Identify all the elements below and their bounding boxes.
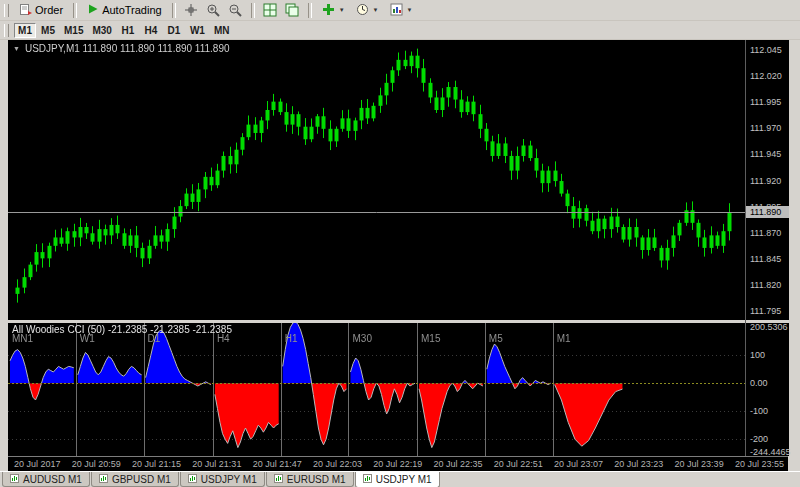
tile-windows-icon[interactable] [260, 2, 281, 19]
cci-indicator-panel[interactable]: All Woodies CCI (50) -21.2385 -21.2385 -… [8, 323, 745, 456]
toolbar-main: Order AutoTrading [0, 0, 800, 21]
price-axis-label: 111.945 [750, 149, 781, 159]
toolbar-grip[interactable] [4, 24, 9, 37]
toolbar-separator [308, 3, 312, 18]
cci-canvas[interactable] [8, 323, 745, 456]
toolbar-separator [172, 3, 176, 18]
order-icon [19, 3, 32, 18]
indicators-button[interactable]: ▼ [317, 2, 350, 19]
chart-title: ▼ USDJPY,M1 111.890 111.890 111.890 111.… [13, 43, 230, 54]
time-axis-label: 20 Jul 22:51 [494, 459, 543, 469]
price-axis[interactable]: 112.045 112.020 111.995 111.970 111.945 … [746, 40, 789, 320]
cci-panel-label: H1 [285, 333, 298, 344]
indicator-axis-label: -100 [750, 406, 768, 416]
time-axis-label: 20 Jul 23:23 [614, 459, 663, 469]
window-left-edge [0, 456, 8, 471]
toolbar-timeframes: M1 M5 M15 M30 H1 H4 D1 W1 MN [0, 21, 800, 40]
cci-panel-label: M5 [489, 333, 503, 344]
timeframe-button[interactable]: M15 [60, 23, 87, 38]
time-axis-row: 20 Jul 2017 20 Jul 20:59 20 Jul 21:15 20… [0, 456, 800, 471]
autotrading-button-label: AutoTrading [102, 4, 162, 16]
mt4-window: Order AutoTrading [0, 0, 800, 487]
toolbar-separator [73, 3, 77, 18]
indicators-icon [322, 3, 335, 18]
cascade-windows-icon[interactable] [282, 2, 303, 19]
chart-tab-label: USDJPY M1 [376, 474, 432, 485]
toolbar-grip[interactable] [4, 4, 9, 17]
zoom-out-icon[interactable] [225, 2, 246, 19]
plot-column: ▼ USDJPY,M1 111.890 111.890 111.890 111.… [8, 40, 745, 456]
indicator-axis[interactable]: 200.5306 100 0.00 -100 -200 -244.4465 [746, 323, 789, 456]
chart-tab-bar: AUDUSD M1 GBPUSD M1 USDJPY M1 EU [0, 471, 800, 487]
time-axis-label: 20 Jul 20:59 [72, 459, 121, 469]
timeframe-group: M1 M5 M15 M30 H1 H4 D1 W1 MN [14, 23, 233, 38]
time-axis-label: 20 Jul 22:19 [373, 459, 422, 469]
chart-tab[interactable]: USDJPY M1 [180, 472, 265, 487]
templates-button[interactable]: ▼ [385, 2, 418, 19]
toolbar-separator [251, 3, 255, 18]
order-button[interactable]: Order [14, 2, 68, 19]
price-axis-label: 111.995 [750, 97, 781, 107]
price-axis-label: 112.020 [750, 71, 782, 81]
time-axis-label: 20 Jul 21:47 [253, 459, 302, 469]
order-button-label: Order [35, 4, 63, 16]
timeframe-button[interactable]: MN [210, 23, 234, 38]
zoom-in-icon[interactable] [203, 2, 224, 19]
chart-tab-label: GBPUSD M1 [112, 474, 171, 485]
crosshair-icon[interactable] [181, 2, 202, 19]
timeframe-button[interactable]: H4 [140, 23, 162, 38]
tab-chart-icon [274, 474, 283, 485]
cci-panel-label: M30 [352, 333, 371, 344]
time-axis[interactable]: 20 Jul 2017 20 Jul 20:59 20 Jul 21:15 20… [8, 456, 788, 471]
chart-tab-label: USDJPY M1 [201, 474, 257, 485]
chart-tab-label: AUDUSD M1 [23, 474, 82, 485]
price-axis-label: 111.845 [750, 254, 781, 264]
price-axis-label: 111.820 [750, 280, 781, 290]
timeframe-button[interactable]: M1 [14, 23, 36, 38]
price-axis-label: 111.920 [750, 176, 781, 186]
chevron-down-icon: ▼ [339, 7, 345, 13]
cci-panel-label: M1 [557, 333, 571, 344]
chart-tab[interactable]: GBPUSD M1 [91, 472, 179, 487]
time-axis-label: 20 Jul 22:35 [433, 459, 482, 469]
chart-tab[interactable]: USDJPY M1 [355, 472, 440, 487]
candlestick-canvas[interactable] [8, 40, 745, 320]
timeframe-button[interactable]: M30 [88, 23, 115, 38]
time-axis-label: 20 Jul 2017 [14, 459, 61, 469]
price-axis-label: 111.870 [750, 228, 781, 238]
indicator-title: All Woodies CCI (50) -21.2385 -21.2385 -… [12, 324, 232, 335]
indicator-axis-label: 0.00 [750, 378, 768, 388]
indicator-axis-label: 100 [750, 350, 765, 360]
main-chart[interactable]: ▼ USDJPY,M1 111.890 111.890 111.890 111.… [8, 40, 745, 320]
chevron-down-icon: ▼ [407, 7, 413, 13]
timeframe-button[interactable]: D1 [163, 23, 185, 38]
tab-chart-icon [99, 474, 108, 485]
indicator-axis-label: -200 [750, 434, 768, 444]
chart-tab[interactable]: EURUSD M1 [266, 472, 354, 487]
current-price-tag: 111.890 [746, 206, 789, 218]
periods-button[interactable]: ▼ [351, 2, 384, 19]
tab-chart-icon [363, 474, 372, 485]
price-axis-label: 111.795 [750, 306, 781, 316]
price-axis-label: 112.045 [750, 45, 782, 55]
autotrading-button[interactable]: AutoTrading [82, 2, 167, 19]
window-right-edge [789, 40, 800, 456]
chart-title-text: USDJPY,M1 111.890 111.890 111.890 111.89… [25, 43, 230, 54]
timeframe-button[interactable]: W1 [186, 23, 209, 38]
tab-chart-icon [188, 474, 197, 485]
indicator-axis-label: -244.4465 [750, 447, 791, 457]
chart-tab[interactable]: AUDUSD M1 [2, 472, 90, 487]
cci-panel-label: M15 [421, 333, 440, 344]
timeframe-button[interactable]: M5 [37, 23, 59, 38]
timeframe-button[interactable]: H1 [117, 23, 139, 38]
time-axis-label: 20 Jul 23:07 [554, 459, 603, 469]
autotrading-icon [87, 3, 99, 17]
indicator-axis-label: 200.5306 [750, 322, 788, 332]
templates-icon [390, 3, 403, 18]
price-axis-label: 111.970 [750, 123, 781, 133]
window-left-edge [0, 40, 8, 456]
time-axis-label: 20 Jul 21:31 [192, 459, 241, 469]
time-axis-label: 20 Jul 23:39 [675, 459, 724, 469]
chevron-down-icon: ▼ [13, 45, 20, 52]
time-axis-label: 20 Jul 22:03 [313, 459, 362, 469]
